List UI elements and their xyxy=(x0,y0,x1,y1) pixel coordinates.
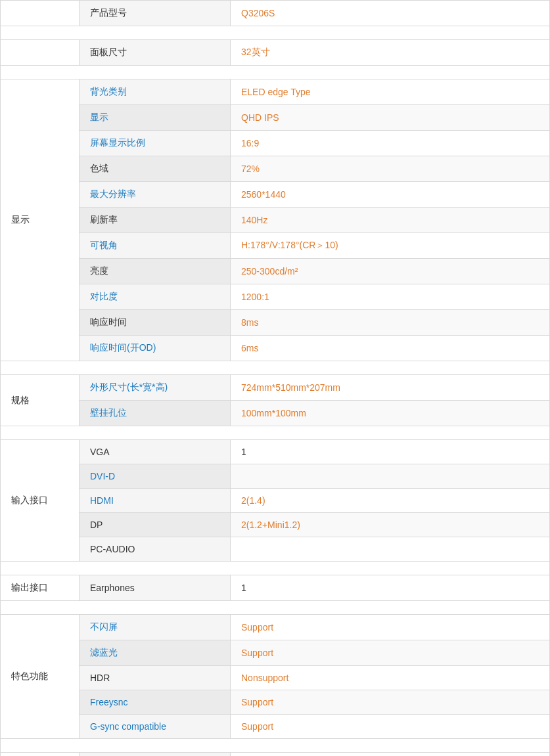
key-cell: Earphones xyxy=(80,575,231,601)
spacer-row xyxy=(1,361,550,375)
key-cell: 响应时间 xyxy=(80,310,231,336)
value-cell: QHD IPS xyxy=(231,105,550,131)
spacer-row xyxy=(1,426,550,440)
spec-table: 产品型号Q3206S面板尺寸32英寸显示背光类别ELED edge Type显示… xyxy=(0,0,550,756)
key-cell: 亮度 xyxy=(80,259,231,284)
category-cell: 输出接口 xyxy=(1,575,80,601)
value-cell: Q3206S xyxy=(231,1,550,26)
value-cell: 32英寸 xyxy=(231,40,550,66)
spacer-row xyxy=(1,601,550,615)
key-cell: 屏幕显示比例 xyxy=(80,131,231,156)
value-cell: 2(1.2+Mini1.2) xyxy=(231,513,550,537)
value-cell: 1 xyxy=(231,575,550,601)
value-cell: H:178°/V:178°(CR＞10) xyxy=(231,233,550,259)
spacer-row xyxy=(1,26,550,40)
key-cell: HDR xyxy=(80,666,231,690)
category-cell xyxy=(1,40,80,66)
value-cell: Support xyxy=(231,715,550,739)
key-cell: 最大分辨率 xyxy=(80,182,231,208)
value-cell: 140Hz xyxy=(231,208,550,233)
value-cell: 8ms xyxy=(231,310,550,336)
key-cell: DVI-D xyxy=(80,464,231,489)
value-cell: Support xyxy=(231,640,550,666)
value-cell: 2(1.4) xyxy=(231,489,550,513)
value-cell: 16:9 xyxy=(231,131,550,156)
key-cell: 可视角 xyxy=(80,233,231,259)
value-cell: Support xyxy=(231,690,550,715)
key-cell: 面板尺寸 xyxy=(80,40,231,66)
value-cell xyxy=(231,537,550,562)
value-cell: 1 PCS xyxy=(231,753,550,757)
value-cell: 72% xyxy=(231,156,550,182)
spacer-row xyxy=(1,739,550,753)
key-cell: 色域 xyxy=(80,156,231,182)
key-cell: G-sync compatible xyxy=(80,715,231,739)
spacer-row xyxy=(1,562,550,575)
key-cell: 壁挂孔位 xyxy=(80,401,231,426)
value-cell: 100mm*100mm xyxy=(231,401,550,426)
value-cell: 1200:1 xyxy=(231,284,550,310)
key-cell: 外形尺寸(长*宽*高) xyxy=(80,375,231,401)
value-cell: 6ms xyxy=(231,336,550,361)
spacer-row xyxy=(1,66,550,79)
key-cell: HDMI xyxy=(80,489,231,513)
category-cell: 显示 xyxy=(1,79,80,361)
key-cell: 不闪屏 xyxy=(80,615,231,640)
key-cell: 响应时间(开OD) xyxy=(80,336,231,361)
key-cell: Freeysnc xyxy=(80,690,231,715)
category-cell: 输入接口 xyxy=(1,440,80,562)
category-cell: 特色功能 xyxy=(1,615,80,739)
value-cell: Nonsupport xyxy=(231,666,550,690)
key-cell: 显示器 xyxy=(80,753,231,757)
key-cell: 滤蓝光 xyxy=(80,640,231,666)
key-cell: PC-AUDIO xyxy=(80,537,231,562)
value-cell: 2560*1440 xyxy=(231,182,550,208)
key-cell: VGA xyxy=(80,440,231,464)
value-cell xyxy=(231,464,550,489)
value-cell: 724mm*510mm*207mm xyxy=(231,375,550,401)
key-cell: 刷新率 xyxy=(80,208,231,233)
value-cell: ELED edge Type xyxy=(231,79,550,105)
category-cell xyxy=(1,1,80,26)
key-cell: 显示 xyxy=(80,105,231,131)
key-cell: 对比度 xyxy=(80,284,231,310)
value-cell: 1 xyxy=(231,440,550,464)
category-cell: 附件 xyxy=(1,753,80,757)
key-cell: 产品型号 xyxy=(80,1,231,26)
key-cell: DP xyxy=(80,513,231,537)
value-cell: 250-300cd/m² xyxy=(231,259,550,284)
value-cell: Support xyxy=(231,615,550,640)
category-cell: 规格 xyxy=(1,375,80,426)
key-cell: 背光类别 xyxy=(80,79,231,105)
